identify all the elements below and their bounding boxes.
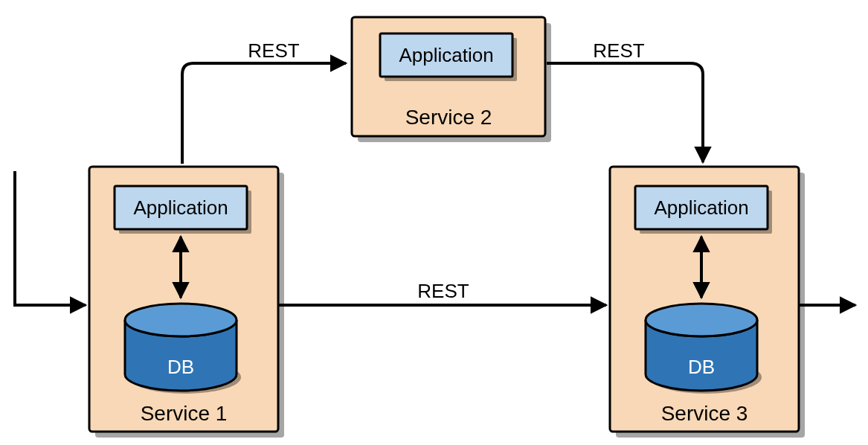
arrow-s2-s3	[547, 63, 703, 162]
service3-db-label: DB	[688, 356, 715, 378]
service-3: Application DB Service 3	[610, 167, 805, 438]
edge-label-s1-s2: REST	[248, 39, 299, 62]
service3-app-label: Application	[654, 196, 748, 219]
svg-point-9	[125, 304, 237, 336]
service2-title: Service 2	[405, 106, 492, 129]
service1-title: Service 1	[141, 402, 228, 425]
service1-db: DB	[125, 304, 241, 394]
arrow-in-service1	[15, 171, 86, 305]
service-2: Application Service 2	[352, 17, 551, 142]
service3-db: DB	[646, 304, 762, 394]
service1-db-label: DB	[167, 356, 194, 378]
svg-point-15	[646, 304, 757, 336]
service1-app-label: Application	[133, 196, 228, 219]
service-1: Application DB Service 1	[89, 167, 284, 438]
service2-app-label: Application	[399, 44, 493, 66]
arrow-s1-s2	[182, 63, 346, 164]
edge-label-s1-s3: REST	[417, 280, 469, 302]
service3-title: Service 3	[661, 402, 748, 425]
architecture-diagram: REST REST REST Application Service 2 App…	[0, 0, 868, 445]
edge-label-s2-s3: REST	[593, 39, 644, 62]
